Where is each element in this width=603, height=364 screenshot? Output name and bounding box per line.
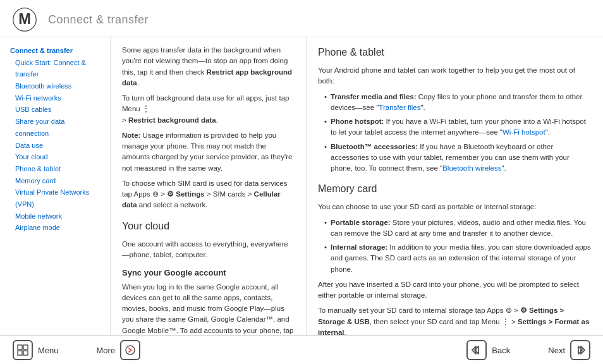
memory-card-title: Memory card xyxy=(318,181,592,197)
sync-para: When you log in to the same Google accou… xyxy=(122,282,295,336)
center-para2: To turn off background data use for all … xyxy=(122,93,295,126)
memory-para1: After you have inserted a SD card into y… xyxy=(318,279,592,301)
more-button[interactable]: More xyxy=(97,340,141,360)
sidebar-item-phone-tablet[interactable]: Phone & tablet xyxy=(10,163,100,175)
next-icon xyxy=(570,340,590,360)
next-label: Next xyxy=(548,346,565,355)
phone-tablet-bullets: • Transfer media and files: Copy files t… xyxy=(324,92,592,174)
sidebar-item-your-cloud[interactable]: Your cloud xyxy=(10,151,100,163)
more-label: More xyxy=(97,346,116,355)
bullet-bluetooth-accessories: • Bluetooth™ accessories: If you have a … xyxy=(324,142,592,174)
sidebar-item-mobile-network[interactable]: Mobile network xyxy=(10,210,100,222)
center-column: Some apps transfer data in the backgroun… xyxy=(111,37,307,335)
your-cloud-title: Your cloud xyxy=(122,219,295,234)
phone-tablet-intro: Your Android phone and tablet can work t… xyxy=(318,65,592,87)
svg-text:M: M xyxy=(18,11,31,27)
bullet-transfer: • Transfer media and files: Copy files t… xyxy=(324,92,592,114)
your-cloud-para: One account with access to everything, e… xyxy=(122,239,295,261)
svg-rect-2 xyxy=(18,345,22,349)
bullet-internal: • Internal storage: In addition to your … xyxy=(324,242,592,275)
bullet-hotspot: • Phone hotspot: If you have a Wi-Fi tab… xyxy=(324,116,592,138)
right-column: Phone & tablet Your Android phone and ta… xyxy=(307,37,603,335)
center-note: Note: Usage information is provided to h… xyxy=(122,130,295,174)
footer: Menu More Back Next xyxy=(0,335,603,364)
header: M Connect & transfer xyxy=(0,0,603,37)
svg-rect-4 xyxy=(18,351,22,355)
sidebar-item-bluetooth[interactable]: Bluetooth wireless xyxy=(10,80,100,92)
sidebar-item-vpn[interactable]: Virtual Private Networks (VPN) xyxy=(10,186,100,210)
sidebar-item-connect-transfer[interactable]: Connect & transfer xyxy=(10,45,100,57)
back-label: Back xyxy=(492,346,510,355)
memory-para2: To manually set your SD card to internal… xyxy=(318,305,592,335)
sidebar: Connect & transfer Quick Start: Connect … xyxy=(0,37,111,335)
back-button[interactable]: Back xyxy=(466,340,510,360)
menu-button[interactable]: Menu xyxy=(13,340,59,360)
main-content: Connect & transfer Quick Start: Connect … xyxy=(0,37,603,335)
sync-title: Sync your Google account xyxy=(122,267,295,279)
menu-label: Menu xyxy=(38,346,59,355)
memory-card-intro: You can choose to use your SD card as po… xyxy=(318,202,592,212)
svg-point-6 xyxy=(126,346,135,355)
sidebar-item-share-data[interactable]: Share your data connection xyxy=(10,116,100,139)
memory-card-bullets: • Portable storage: Store your pictures,… xyxy=(324,217,592,275)
center-para1: Some apps transfer data in the backgroun… xyxy=(122,45,295,88)
sidebar-item-memory-card[interactable]: Memory card xyxy=(10,175,100,187)
back-icon xyxy=(466,340,487,360)
sidebar-item-airplane[interactable]: Airplane mode xyxy=(10,222,100,234)
bullet-portable: • Portable storage: Store your pictures,… xyxy=(324,217,592,240)
phone-tablet-title: Phone & tablet xyxy=(318,45,592,60)
sidebar-item-quick-start[interactable]: Quick Start: Connect & transfer xyxy=(10,57,100,80)
menu-icon xyxy=(13,340,33,360)
svg-rect-3 xyxy=(23,345,28,349)
center-para3: To choose which SIM card is used for dat… xyxy=(122,178,295,211)
sidebar-item-usb[interactable]: USB cables xyxy=(10,104,100,116)
motorola-logo: M xyxy=(13,8,37,32)
sidebar-item-wifi[interactable]: Wi-Fi networks xyxy=(10,92,100,104)
sidebar-item-data-use[interactable]: Data use xyxy=(10,140,100,152)
more-icon xyxy=(120,340,140,360)
page-title: Connect & transfer xyxy=(48,13,149,27)
next-button[interactable]: Next xyxy=(548,340,590,360)
svg-rect-5 xyxy=(23,351,28,355)
